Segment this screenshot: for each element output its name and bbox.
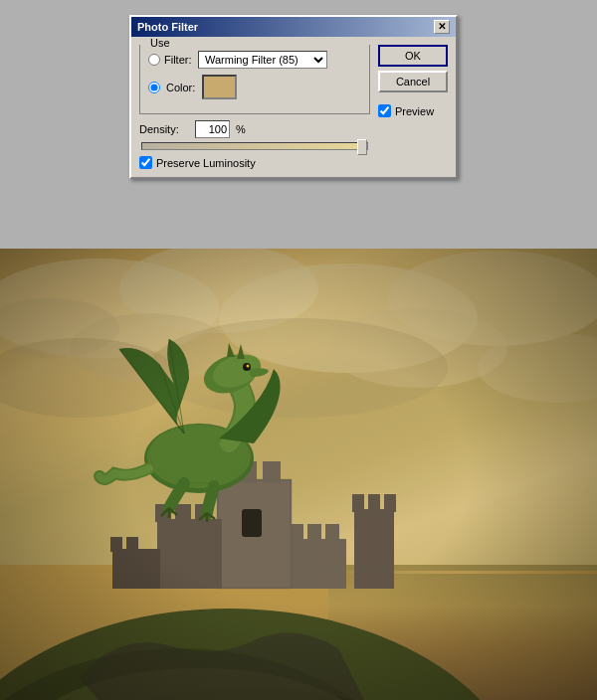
color-label: Color: [166,82,196,93]
filter-radio-row: Filter: Warming Filter (85) [148,51,361,69]
preserve-luminosity-checkbox[interactable] [139,156,152,169]
preview-row: Preview [378,104,448,117]
density-unit: % [236,123,246,135]
dialog-body: Use Filter: Warming Filter (85) [131,37,456,177]
dialog-main-panel: Use Filter: Warming Filter (85) [139,45,370,169]
filter-select[interactable]: Warming Filter (85) [198,51,327,69]
sky-background [0,249,597,565]
water-horizon [328,571,597,574]
use-legend-label: Use [148,37,172,49]
svg-point-13 [20,668,378,700]
preview-checkbox[interactable] [378,104,391,117]
color-swatch[interactable] [202,75,237,99]
density-row: Density: 100 % [139,120,370,138]
preview-label: Preview [395,105,434,117]
color-radio-row: Color: [148,75,361,99]
canvas-image-area [0,249,597,700]
photo-filter-dialog: Photo Filter ✕ Use Filter: [129,15,458,179]
density-slider-track[interactable] [141,142,368,150]
density-input[interactable]: 100 [195,120,230,138]
dialog-buttons-panel: OK Cancel Preview [378,45,448,169]
dragon-castle-scene [0,249,597,700]
color-radio[interactable] [148,82,160,93]
dialog-close-button[interactable]: ✕ [434,20,450,34]
density-slider-container [139,142,370,150]
water-area [328,565,597,700]
preserve-luminosity-label: Preserve Luminosity [156,157,256,169]
dialog-title: Photo Filter [137,21,198,33]
density-slider-thumb[interactable] [357,139,367,155]
filter-select-wrapper: Warming Filter (85) [198,51,327,69]
top-workspace: Photo Filter ✕ Use Filter: [0,0,597,249]
use-group: Use Filter: Warming Filter (85) [139,45,370,114]
cancel-button[interactable]: Cancel [378,71,448,92]
preserve-luminosity-row: Preserve Luminosity [139,156,370,169]
filter-radio[interactable] [148,54,160,66]
density-label: Density: [139,123,189,135]
dialog-titlebar: Photo Filter ✕ [131,17,456,37]
filter-label: Filter: [164,54,194,66]
ok-button[interactable]: OK [378,45,448,67]
